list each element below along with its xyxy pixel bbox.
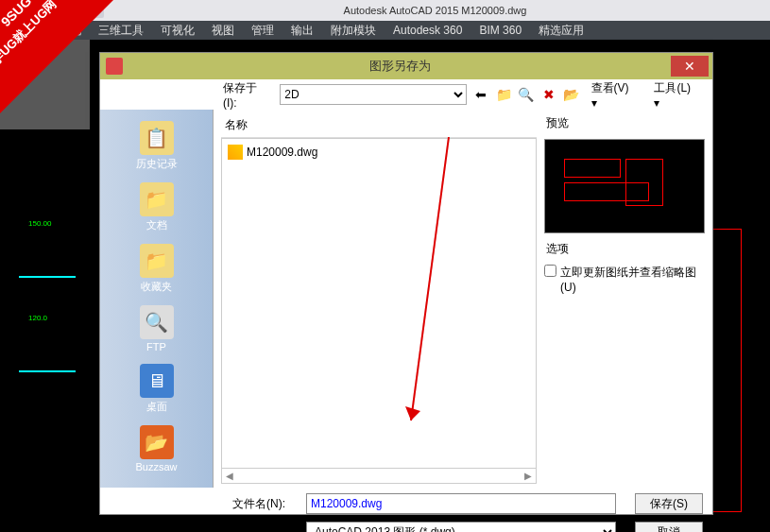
- places-sidebar: 📋历史记录 📁文档 📁收藏夹 🔍FTP 🖥桌面 📂Buzzsaw: [100, 110, 214, 488]
- savein-label: 保存于(I):: [223, 80, 270, 110]
- tab-3dtools[interactable]: 三维工具: [98, 23, 144, 39]
- tab-parametric[interactable]: 参数化: [47, 23, 81, 39]
- dialog-titlebar[interactable]: 图形另存为 ✕: [100, 53, 712, 79]
- sidebar-documents[interactable]: 📁文档: [104, 179, 209, 236]
- save-button[interactable]: 保存(S): [635, 493, 703, 514]
- filetype-dropdown[interactable]: AutoCAD 2013 图形 (*.dwg): [306, 522, 616, 532]
- tab-output[interactable]: 输出: [291, 23, 314, 39]
- ftp-icon: 🔍: [140, 305, 174, 339]
- sidebar-ftp[interactable]: 🔍FTP: [104, 301, 209, 356]
- qat-icon[interactable]: [72, 3, 87, 18]
- ribbon-tabs: 注释 参数化 三维工具 可视化 视图 管理 输出 附加模块 Autodesk 3…: [0, 21, 770, 40]
- tab-addins[interactable]: 附加模块: [331, 23, 376, 39]
- preview-label: 预览: [544, 113, 705, 133]
- tab-a360[interactable]: Autodesk 360: [393, 24, 462, 37]
- back-icon[interactable]: ⬅: [472, 86, 489, 103]
- preview-thumbnail: [544, 139, 705, 233]
- newfolder-icon[interactable]: 📂: [563, 86, 580, 103]
- tool-palette: [0, 40, 90, 129]
- qat-icon[interactable]: [21, 3, 36, 18]
- delete-icon[interactable]: ✖: [540, 86, 557, 103]
- filetype-label: 文件类型(T):: [232, 524, 299, 533]
- file-name: M120009.dwg: [247, 146, 317, 159]
- tools-button[interactable]: 工具(L) ▾: [648, 78, 705, 112]
- tab-view[interactable]: 视图: [212, 23, 234, 39]
- search-icon[interactable]: 🔍: [518, 86, 535, 103]
- qat-icon[interactable]: [4, 3, 19, 18]
- options-label: 选项: [544, 239, 705, 259]
- buzzsaw-icon: 📂: [140, 425, 174, 459]
- scrollbar[interactable]: ◀▶: [221, 469, 537, 484]
- tab-visualize[interactable]: 可视化: [161, 23, 195, 39]
- tab-bim360[interactable]: BIM 360: [479, 24, 522, 37]
- up-icon[interactable]: 📁: [495, 86, 512, 103]
- sidebar-buzzsaw[interactable]: 📂Buzzsaw: [104, 421, 209, 476]
- update-thumbnail-checkbox[interactable]: 立即更新图纸并查看缩略图(U): [544, 265, 705, 294]
- qat-icon[interactable]: [38, 3, 53, 18]
- dialog-toolbar: 保存于(I): 2D ⬅ 📁 🔍 ✖ 📂 查看(V) ▾ 工具(L) ▾: [100, 79, 712, 110]
- savein-dropdown[interactable]: 2D: [280, 84, 467, 105]
- autocad-icon: [106, 58, 123, 75]
- file-pane: 名称 M120009.dwg ◀▶: [221, 113, 537, 484]
- sidebar-history[interactable]: 📋历史记录: [104, 117, 209, 175]
- desktop-icon: 🖥: [140, 364, 174, 398]
- dialog-bottom: 文件名(N): 保存(S) 文件类型(T): AutoCAD 2013 图形 (…: [100, 488, 712, 532]
- app-titlebar: Autodesk AutoCAD 2015 M120009.dwg: [0, 0, 770, 21]
- name-column-header[interactable]: 名称: [221, 113, 537, 138]
- cancel-button[interactable]: 取消: [635, 522, 703, 532]
- tab-manage[interactable]: 管理: [251, 23, 274, 39]
- filename-input[interactable]: [306, 493, 616, 514]
- view-button[interactable]: 查看(V) ▾: [586, 78, 643, 112]
- close-button[interactable]: ✕: [671, 56, 709, 77]
- quick-access-toolbar: [4, 3, 104, 18]
- tab-annotate[interactable]: 注释: [8, 23, 30, 39]
- sidebar-favorites[interactable]: 📁收藏夹: [104, 240, 209, 298]
- save-as-dialog: 图形另存为 ✕ 保存于(I): 2D ⬅ 📁 🔍 ✖ 📂 查看(V) ▾ 工具(…: [99, 52, 713, 515]
- history-icon: 📋: [140, 121, 174, 155]
- qat-icon[interactable]: [89, 3, 104, 18]
- file-item[interactable]: M120009.dwg: [226, 143, 532, 162]
- documents-icon: 📁: [140, 182, 174, 216]
- filename-label: 文件名(N):: [232, 496, 299, 512]
- app-title: Autodesk AutoCAD 2015 M120009.dwg: [104, 5, 766, 16]
- qat-icon[interactable]: [55, 3, 70, 18]
- dwg-file-icon: [228, 145, 243, 160]
- checkbox-input[interactable]: [544, 265, 556, 277]
- favorites-icon: 📁: [140, 244, 174, 278]
- sidebar-desktop[interactable]: 🖥桌面: [104, 360, 209, 418]
- preview-pane: 预览 选项 立即更新图纸并查看缩略图(U): [544, 113, 705, 484]
- file-list[interactable]: M120009.dwg: [221, 138, 537, 469]
- dialog-title: 图形另存为: [128, 58, 671, 75]
- tab-featured[interactable]: 精选应用: [539, 23, 584, 39]
